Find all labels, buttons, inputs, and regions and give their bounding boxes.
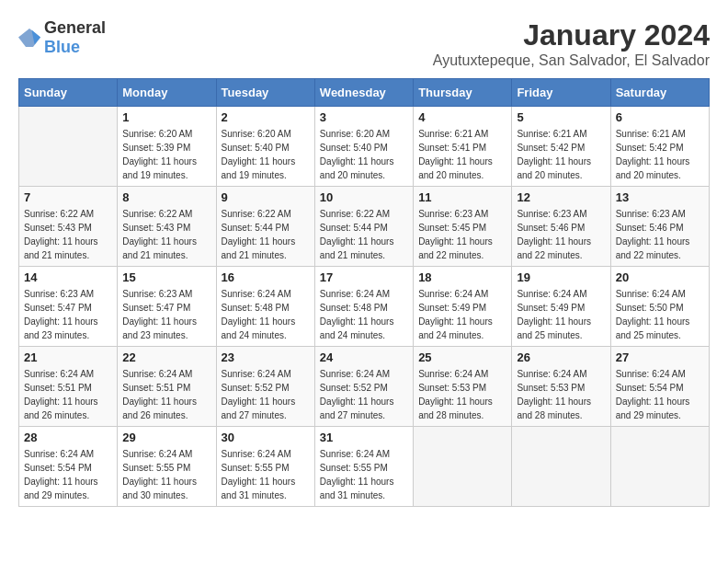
day-number: 2 (222, 110, 310, 124)
day-info: Sunrise: 6:20 AMSunset: 5:40 PMDaylight:… (222, 127, 310, 182)
day-number: 22 (122, 350, 210, 364)
day-cell: 2Sunrise: 6:20 AMSunset: 5:40 PMDaylight… (216, 107, 314, 187)
day-info: Sunrise: 6:21 AMSunset: 5:41 PMDaylight:… (418, 127, 506, 182)
day-cell: 5Sunrise: 6:21 AMSunset: 5:42 PMDaylight… (512, 107, 610, 187)
day-info: Sunrise: 6:22 AMSunset: 5:44 PMDaylight:… (222, 207, 310, 262)
day-info: Sunrise: 6:23 AMSunset: 5:46 PMDaylight:… (616, 207, 704, 262)
day-cell: 25Sunrise: 6:24 AMSunset: 5:53 PMDayligh… (414, 347, 512, 427)
day-cell: 21Sunrise: 6:24 AMSunset: 5:51 PMDayligh… (19, 347, 118, 427)
day-info: Sunrise: 6:24 AMSunset: 5:48 PMDaylight:… (320, 287, 408, 342)
week-row-4: 21Sunrise: 6:24 AMSunset: 5:51 PMDayligh… (19, 347, 710, 427)
day-info: Sunrise: 6:24 AMSunset: 5:55 PMDaylight:… (320, 447, 408, 502)
day-info: Sunrise: 6:24 AMSunset: 5:51 PMDaylight:… (122, 367, 210, 422)
day-cell: 20Sunrise: 6:24 AMSunset: 5:50 PMDayligh… (610, 267, 709, 347)
day-number: 14 (24, 270, 112, 284)
day-cell: 19Sunrise: 6:24 AMSunset: 5:49 PMDayligh… (512, 267, 610, 347)
column-header-tuesday: Tuesday (216, 79, 314, 107)
day-cell: 10Sunrise: 6:22 AMSunset: 5:44 PMDayligh… (314, 187, 413, 267)
day-info: Sunrise: 6:24 AMSunset: 5:52 PMDaylight:… (320, 367, 408, 422)
day-info: Sunrise: 6:23 AMSunset: 5:45 PMDaylight:… (418, 207, 506, 262)
day-cell: 8Sunrise: 6:22 AMSunset: 5:43 PMDaylight… (118, 187, 216, 267)
day-cell: 16Sunrise: 6:24 AMSunset: 5:48 PMDayligh… (216, 267, 314, 347)
day-cell (19, 107, 118, 187)
day-cell: 11Sunrise: 6:23 AMSunset: 5:45 PMDayligh… (414, 187, 512, 267)
day-cell: 14Sunrise: 6:23 AMSunset: 5:47 PMDayligh… (19, 267, 118, 347)
day-cell: 31Sunrise: 6:24 AMSunset: 5:55 PMDayligh… (314, 427, 413, 507)
day-cell: 9Sunrise: 6:22 AMSunset: 5:44 PMDaylight… (216, 187, 314, 267)
day-cell (610, 427, 709, 507)
day-info: Sunrise: 6:20 AMSunset: 5:40 PMDaylight:… (320, 127, 408, 182)
day-info: Sunrise: 6:24 AMSunset: 5:52 PMDaylight:… (222, 367, 310, 422)
header-row: SundayMondayTuesdayWednesdayThursdayFrid… (19, 79, 710, 107)
day-cell: 26Sunrise: 6:24 AMSunset: 5:53 PMDayligh… (512, 347, 610, 427)
day-cell: 15Sunrise: 6:23 AMSunset: 5:47 PMDayligh… (118, 267, 216, 347)
day-info: Sunrise: 6:24 AMSunset: 5:49 PMDaylight:… (517, 287, 605, 342)
week-row-3: 14Sunrise: 6:23 AMSunset: 5:47 PMDayligh… (19, 267, 710, 347)
day-number: 23 (222, 350, 310, 364)
day-cell: 24Sunrise: 6:24 AMSunset: 5:52 PMDayligh… (314, 347, 413, 427)
day-info: Sunrise: 6:24 AMSunset: 5:53 PMDaylight:… (517, 367, 605, 422)
day-number: 27 (616, 350, 704, 364)
day-cell: 27Sunrise: 6:24 AMSunset: 5:54 PMDayligh… (610, 347, 709, 427)
day-cell: 18Sunrise: 6:24 AMSunset: 5:49 PMDayligh… (414, 267, 512, 347)
day-info: Sunrise: 6:23 AMSunset: 5:46 PMDaylight:… (517, 207, 605, 262)
day-cell: 30Sunrise: 6:24 AMSunset: 5:55 PMDayligh… (216, 427, 314, 507)
day-cell: 22Sunrise: 6:24 AMSunset: 5:51 PMDayligh… (118, 347, 216, 427)
day-number: 12 (517, 190, 605, 204)
day-number: 3 (320, 110, 408, 124)
day-number: 26 (517, 350, 605, 364)
day-info: Sunrise: 6:20 AMSunset: 5:39 PMDaylight:… (122, 127, 210, 182)
day-number: 24 (320, 350, 408, 364)
day-cell: 3Sunrise: 6:20 AMSunset: 5:40 PMDaylight… (314, 107, 413, 187)
column-header-saturday: Saturday (610, 79, 709, 107)
day-number: 8 (122, 190, 210, 204)
day-cell: 7Sunrise: 6:22 AMSunset: 5:43 PMDaylight… (19, 187, 118, 267)
day-cell: 1Sunrise: 6:20 AMSunset: 5:39 PMDaylight… (118, 107, 216, 187)
day-cell: 17Sunrise: 6:24 AMSunset: 5:48 PMDayligh… (314, 267, 413, 347)
week-row-2: 7Sunrise: 6:22 AMSunset: 5:43 PMDaylight… (19, 187, 710, 267)
day-cell: 13Sunrise: 6:23 AMSunset: 5:46 PMDayligh… (610, 187, 709, 267)
day-info: Sunrise: 6:22 AMSunset: 5:44 PMDaylight:… (320, 207, 408, 262)
day-number: 18 (418, 270, 506, 284)
logo-icon (18, 29, 40, 47)
day-info: Sunrise: 6:24 AMSunset: 5:55 PMDaylight:… (122, 447, 210, 502)
page-header: General Blue January 2024 Ayutuxtepeque,… (18, 18, 710, 69)
day-number: 5 (517, 110, 605, 124)
day-info: Sunrise: 6:24 AMSunset: 5:51 PMDaylight:… (24, 367, 112, 422)
day-number: 20 (616, 270, 704, 284)
day-cell: 4Sunrise: 6:21 AMSunset: 5:41 PMDaylight… (414, 107, 512, 187)
day-cell: 12Sunrise: 6:23 AMSunset: 5:46 PMDayligh… (512, 187, 610, 267)
column-header-sunday: Sunday (19, 79, 118, 107)
day-cell: 29Sunrise: 6:24 AMSunset: 5:55 PMDayligh… (118, 427, 216, 507)
day-number: 28 (24, 431, 112, 444)
day-number: 1 (122, 110, 210, 124)
day-number: 30 (222, 431, 310, 444)
day-number: 21 (24, 350, 112, 364)
day-info: Sunrise: 6:21 AMSunset: 5:42 PMDaylight:… (616, 127, 704, 182)
day-number: 13 (616, 190, 704, 204)
day-number: 11 (418, 190, 506, 204)
day-info: Sunrise: 6:22 AMSunset: 5:43 PMDaylight:… (122, 207, 210, 262)
day-number: 6 (616, 110, 704, 124)
day-cell (512, 427, 610, 507)
calendar-table: SundayMondayTuesdayWednesdayThursdayFrid… (18, 78, 710, 507)
day-number: 31 (320, 431, 408, 444)
column-header-wednesday: Wednesday (314, 79, 413, 107)
week-row-1: 1Sunrise: 6:20 AMSunset: 5:39 PMDaylight… (19, 107, 710, 187)
day-cell: 23Sunrise: 6:24 AMSunset: 5:52 PMDayligh… (216, 347, 314, 427)
day-number: 29 (122, 431, 210, 444)
logo-blue: Blue (44, 38, 80, 56)
day-info: Sunrise: 6:21 AMSunset: 5:42 PMDaylight:… (517, 127, 605, 182)
day-number: 16 (222, 270, 310, 284)
week-row-5: 28Sunrise: 6:24 AMSunset: 5:54 PMDayligh… (19, 427, 710, 507)
day-number: 15 (122, 270, 210, 284)
day-info: Sunrise: 6:24 AMSunset: 5:53 PMDaylight:… (418, 367, 506, 422)
logo: General Blue (18, 18, 106, 57)
day-number: 19 (517, 270, 605, 284)
day-info: Sunrise: 6:24 AMSunset: 5:55 PMDaylight:… (222, 447, 310, 502)
title-block: January 2024 Ayutuxtepeque, San Salvador… (433, 18, 710, 69)
logo-text: General Blue (44, 18, 106, 57)
day-info: Sunrise: 6:23 AMSunset: 5:47 PMDaylight:… (122, 287, 210, 342)
day-info: Sunrise: 6:24 AMSunset: 5:54 PMDaylight:… (24, 447, 112, 502)
day-info: Sunrise: 6:23 AMSunset: 5:47 PMDaylight:… (24, 287, 112, 342)
